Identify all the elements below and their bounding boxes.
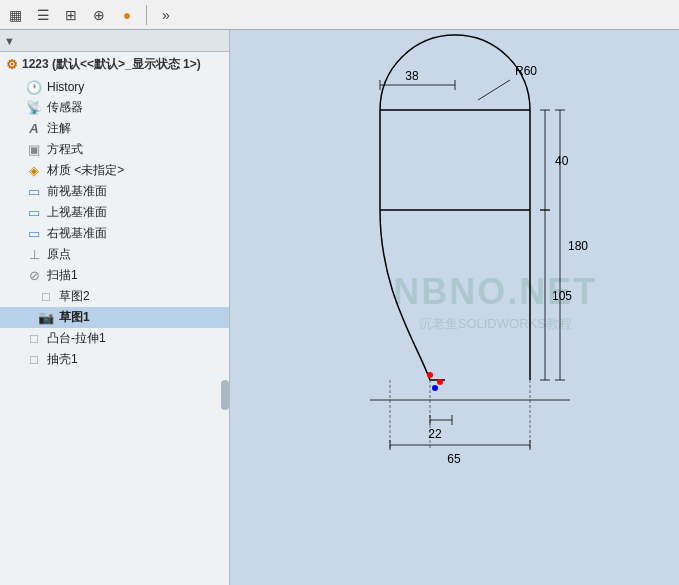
right-plane-icon: ▭	[26, 226, 42, 242]
separator	[146, 5, 147, 25]
origin-label: 原点	[47, 246, 71, 263]
front-plane-icon: ▭	[26, 184, 42, 200]
shell-icon: □	[26, 352, 42, 368]
sketch1-label: 草图1	[59, 309, 90, 326]
grid-icon[interactable]: ⊞	[60, 4, 82, 26]
sketch2-icon: □	[38, 289, 54, 305]
drawing-svg: 38 R60 40 180 105 22	[230, 30, 679, 585]
top-plane-icon: ▭	[26, 205, 42, 221]
dim-180: 180	[568, 239, 588, 253]
target-icon[interactable]: ⊕	[88, 4, 110, 26]
list-icon[interactable]: ☰	[32, 4, 54, 26]
svg-point-6	[427, 372, 433, 378]
main-layout: ▼ ⚙ 1223 (默认<<默认>_显示状态 1>) 🕐 History 📡 传…	[0, 30, 679, 585]
filter-icon: ▼	[4, 35, 15, 47]
history-icon: 🕐	[26, 79, 42, 95]
sweep-icon: ⊘	[26, 268, 42, 284]
color-icon[interactable]: ●	[116, 4, 138, 26]
dim-65: 65	[447, 452, 461, 466]
equation-icon: ▣	[26, 142, 42, 158]
dim-105: 105	[552, 289, 572, 303]
material-icon: ◈	[26, 163, 42, 179]
sidebar-filter[interactable]: ▼	[0, 30, 229, 52]
origin-icon: ⊥	[26, 247, 42, 263]
drawing-area[interactable]: NBNO.NET 沉老鱼SOLIDWORKS教程	[230, 30, 679, 585]
boss-icon: □	[26, 331, 42, 347]
dim-r60: R60	[515, 64, 537, 78]
dim-22: 22	[428, 427, 442, 441]
sidebar-scroll-handle[interactable]	[221, 380, 229, 410]
sidebar-item-material[interactable]: ◈ 材质 <未指定>	[0, 160, 229, 181]
sidebar-scroll-area	[0, 370, 229, 390]
history-label: History	[47, 80, 84, 94]
dim-40: 40	[555, 154, 569, 168]
boss-label: 凸台-拉伸1	[47, 330, 106, 347]
sidebar-item-equation[interactable]: ▣ 方程式	[0, 139, 229, 160]
material-label: 材质 <未指定>	[47, 162, 124, 179]
sidebar-item-sensor[interactable]: 📡 传感器	[0, 97, 229, 118]
svg-point-7	[437, 379, 443, 385]
dim-38: 38	[405, 69, 419, 83]
shell-label: 抽壳1	[47, 351, 78, 368]
sidebar-item-sketch2[interactable]: □ 草图2	[0, 286, 229, 307]
toolbar: ▦ ☰ ⊞ ⊕ ● »	[0, 0, 679, 30]
part-title-text: 1223 (默认<<默认>_显示状态 1>)	[22, 56, 201, 73]
sidebar-item-right-plane[interactable]: ▭ 右视基准面	[0, 223, 229, 244]
annotation-label: 注解	[47, 120, 71, 137]
more-icon[interactable]: »	[155, 4, 177, 26]
sidebar-item-top-plane[interactable]: ▭ 上视基准面	[0, 202, 229, 223]
sidebar-item-front-plane[interactable]: ▭ 前视基准面	[0, 181, 229, 202]
sketch2-label: 草图2	[59, 288, 90, 305]
sidebar-item-sweep1[interactable]: ⊘ 扫描1	[0, 265, 229, 286]
sidebar-item-annotation[interactable]: A 注解	[0, 118, 229, 139]
front-plane-label: 前视基准面	[47, 183, 107, 200]
sidebar-title: ⚙ 1223 (默认<<默认>_显示状态 1>)	[0, 52, 229, 77]
equation-label: 方程式	[47, 141, 83, 158]
table-icon[interactable]: ▦	[4, 4, 26, 26]
right-plane-label: 右视基准面	[47, 225, 107, 242]
sidebar-item-origin[interactable]: ⊥ 原点	[0, 244, 229, 265]
part-icon: ⚙	[6, 57, 18, 72]
sidebar-item-history[interactable]: 🕐 History	[0, 77, 229, 97]
svg-point-8	[432, 385, 438, 391]
sensor-icon: 📡	[26, 100, 42, 116]
sidebar-item-boss1[interactable]: □ 凸台-拉伸1	[0, 328, 229, 349]
sketch1-icon: 📷	[38, 310, 54, 326]
top-plane-label: 上视基准面	[47, 204, 107, 221]
annotation-icon: A	[26, 121, 42, 137]
svg-line-13	[478, 80, 510, 100]
sweep-label: 扫描1	[47, 267, 78, 284]
sidebar-item-sketch1[interactable]: 📷 草图1	[0, 307, 229, 328]
sidebar-item-shell1[interactable]: □ 抽壳1	[0, 349, 229, 370]
sensor-label: 传感器	[47, 99, 83, 116]
sidebar: ▼ ⚙ 1223 (默认<<默认>_显示状态 1>) 🕐 History 📡 传…	[0, 30, 230, 585]
